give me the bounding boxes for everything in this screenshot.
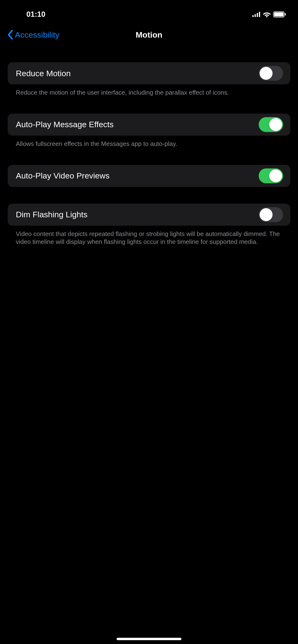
toggle-knob [260,67,272,80]
row-autoplay-video[interactable]: Auto-Play Video Previews [8,165,290,187]
chevron-left-icon [7,30,13,40]
back-button[interactable]: Accessibility [7,30,59,40]
svg-rect-2 [257,13,258,17]
status-bar: 01:10 [0,0,298,24]
footer-dim-flashing: Video content that depicts repeated flas… [8,226,290,246]
row-label: Auto-Play Message Effects [16,120,114,129]
nav-header: Accessibility Motion [0,24,298,46]
toggle-knob [269,118,282,131]
svg-rect-3 [259,12,260,17]
toggle-knob [260,208,272,221]
section-dim-flashing: Dim Flashing Lights Video content that d… [8,204,290,246]
cellular-icon [252,12,261,17]
svg-rect-0 [252,15,254,17]
home-indicator[interactable] [117,638,181,640]
row-reduce-motion[interactable]: Reduce Motion [8,62,290,84]
section-autoplay-message: Auto-Play Message Effects Allows fullscr… [8,114,290,148]
content: Reduce Motion Reduce the motion of the u… [0,46,298,246]
svg-rect-7 [285,13,286,16]
page-title: Motion [135,30,162,40]
footer-reduce-motion: Reduce the motion of the user interface,… [8,84,290,97]
toggle-reduce-motion[interactable] [259,66,283,81]
row-label: Dim Flashing Lights [16,210,88,219]
row-autoplay-message[interactable]: Auto-Play Message Effects [8,114,290,136]
battery-icon [273,11,286,18]
wifi-icon [263,12,271,17]
section-reduce-motion: Reduce Motion Reduce the motion of the u… [8,62,290,97]
footer-autoplay-message: Allows fullscreen effects in the Message… [8,136,290,148]
status-time: 01:10 [26,10,45,19]
row-label: Auto-Play Video Previews [16,171,110,180]
svg-point-4 [266,16,267,17]
svg-rect-1 [255,14,256,17]
status-indicators [252,11,288,18]
row-dim-flashing[interactable]: Dim Flashing Lights [8,204,290,226]
svg-rect-6 [274,12,284,16]
back-label: Accessibility [15,30,59,40]
toggle-autoplay-video[interactable] [259,168,283,183]
toggle-dim-flashing[interactable] [259,207,283,222]
row-label: Reduce Motion [16,69,71,78]
toggle-knob [269,170,282,182]
toggle-autoplay-message[interactable] [259,117,283,132]
section-autoplay-video: Auto-Play Video Previews [8,165,290,187]
